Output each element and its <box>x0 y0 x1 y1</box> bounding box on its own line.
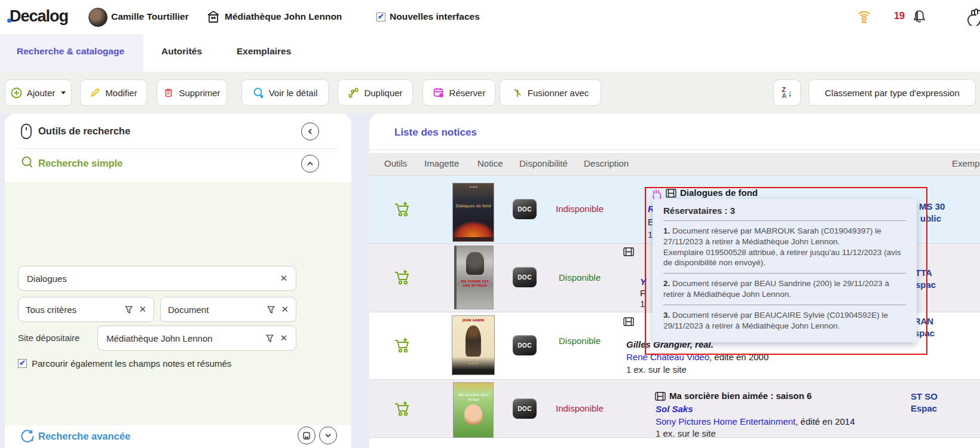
merge-button[interactable]: Fusionner avec <box>500 79 601 106</box>
duplicate-button[interactable]: Dupliquer <box>338 79 413 106</box>
record-publisher-link[interactable]: Rene Chateau Video <box>626 352 709 362</box>
check-icon: ✔ <box>378 13 384 20</box>
edit-button[interactable]: Modifier <box>80 79 147 106</box>
notes-checkbox-label: Parcourir également les champs notes et … <box>32 358 231 369</box>
cover-title-text: JEAN GABIN <box>452 318 494 322</box>
add-to-basket-icon[interactable] <box>393 400 411 417</box>
avatar[interactable] <box>88 8 108 27</box>
new-interfaces-checkbox[interactable]: ✔ <box>376 13 385 22</box>
film-icon <box>655 392 666 401</box>
mouse-icon <box>20 123 32 140</box>
entry-text: Document réservé par BEAUCAIRE Sylvie (C… <box>663 311 888 330</box>
notes-checkbox-row: ✔ Parcourir également les champs notes e… <box>18 358 231 369</box>
sort-direction-button[interactable]: ZA ↓ <box>773 79 801 106</box>
collapse-panel-button[interactable] <box>301 122 319 140</box>
notes-checkbox[interactable]: ✔ <box>18 359 27 368</box>
decalog-logo[interactable]: Decalog <box>10 7 68 26</box>
chevron-down-icon <box>61 91 66 94</box>
simple-search-title: Recherche simple <box>38 158 122 169</box>
search-tools-panel: Outils de recherche Recherche simple Dia… <box>5 113 351 448</box>
column-description: Description <box>584 158 629 168</box>
sort-order-select[interactable]: Classement par type d'expression <box>808 79 976 106</box>
hand-icon[interactable] <box>964 8 980 26</box>
collapse-simple-search-button[interactable] <box>301 155 319 173</box>
doc-type-select[interactable]: Document ✕ <box>160 297 296 322</box>
library-name[interactable]: Médiathèque John Lennon <box>225 11 342 22</box>
record-title: Ma sorcière bien aimée : saison 6 <box>669 391 811 401</box>
record-author-link[interactable]: Sol Saks <box>656 404 693 414</box>
availability-status: Indisponible <box>541 403 618 413</box>
notification-count: 19 <box>894 11 905 22</box>
broadcast-icon[interactable] <box>856 8 872 25</box>
merge-icon <box>512 87 523 99</box>
record-publisher-line: Sony Pictures Home Entertainment, édité … <box>656 416 855 426</box>
expand-advanced-search-button[interactable] <box>319 426 337 444</box>
copies-location-line1: MS 30 <box>919 201 945 211</box>
add-to-basket-icon[interactable] <box>393 337 411 354</box>
add-to-basket-icon[interactable] <box>393 269 411 286</box>
availability-status: Indisponible <box>541 204 618 214</box>
simple-search-form: Dialogues ✕ Tous critères ✕ Document ✕ S… <box>5 182 351 425</box>
delete-button[interactable]: Supprimer <box>157 79 227 106</box>
record-publisher-suffix: , édité en 2000 <box>709 352 768 362</box>
add-label: Ajouter <box>27 88 56 98</box>
doc-type-badge: DOC <box>513 335 537 355</box>
column-copies: Exemplaires <box>952 158 980 168</box>
search-tools-title: Outils de recherche <box>38 125 130 137</box>
cover-thumbnail[interactable]: Ma Sorcière Bien Aimée <box>453 382 494 438</box>
save-search-button[interactable] <box>298 426 316 444</box>
cover-title-text: Dialogues de fond <box>453 204 494 208</box>
row-divider <box>369 379 980 380</box>
clear-doc-type-icon[interactable]: ✕ <box>281 304 289 315</box>
copies-location-line2: Espac <box>911 403 937 413</box>
copies-location-line2: ublic <box>920 213 941 223</box>
arrow-down-icon: ↓ <box>788 88 792 98</box>
tab-recherche-catalogage[interactable]: Recherche & catalogage <box>17 46 124 57</box>
divider <box>369 149 980 150</box>
record-author-link[interactable]: Y <box>640 277 646 287</box>
bell-icon[interactable] <box>912 9 927 24</box>
view-detail-button[interactable]: Voir le détail <box>241 79 329 106</box>
advanced-search-title[interactable]: Recherche avancée <box>38 431 130 442</box>
filter-funnel-icon[interactable] <box>267 306 275 314</box>
advanced-search-icon <box>19 428 35 444</box>
filter-funnel-icon[interactable] <box>125 306 133 314</box>
film-icon <box>623 247 634 256</box>
reservations-tooltip: Réservataires : 3 1. Document réservé pa… <box>653 199 917 342</box>
reserve-button[interactable]: Réserver <box>422 79 495 106</box>
new-interfaces-label: Nouvelles interfaces <box>390 11 480 22</box>
clear-site-icon[interactable]: ✕ <box>280 333 287 343</box>
cover-thumbnail[interactable]: JEAN GABIN ★ ★ ★ <box>452 315 495 375</box>
cover-thumbnail[interactable]: MA FEMME EST UNE ACTRICE <box>454 246 494 309</box>
site-select[interactable]: Médiathèque John Lennon ✕ <box>97 326 296 351</box>
record-publisher-link[interactable]: Sony Pictures Home Entertainment <box>656 416 795 426</box>
criteria-select[interactable]: Tous critères ✕ <box>18 297 154 322</box>
search-input[interactable]: Dialogues ✕ <box>18 266 296 291</box>
record-publisher-suffix: , édité en 2014 <box>795 416 855 426</box>
notices-title: Liste des notices <box>394 127 477 139</box>
merge-label: Fusionner avec <box>528 88 589 98</box>
tab-autorites[interactable]: Autorités <box>161 46 202 57</box>
add-button[interactable]: Ajouter <box>5 79 72 106</box>
plus-circle-icon <box>11 87 22 99</box>
user-name[interactable]: Camille Tourtillier <box>111 11 189 22</box>
record-toolbar: Ajouter Modifier Supprimer Voir le détai… <box>0 72 980 113</box>
record-copies: 1 <box>640 299 645 309</box>
clear-search-icon[interactable]: ✕ <box>280 273 287 284</box>
tab-exemplaires[interactable]: Exemplaires <box>237 46 291 57</box>
reserve-label: Réserver <box>449 88 486 98</box>
record-publisher-link[interactable]: F <box>640 288 645 298</box>
entry-number: 3. <box>663 311 670 320</box>
cover-thumbnail[interactable]: ● ● ● Dialogues de fond <box>452 183 494 242</box>
filter-funnel-icon[interactable] <box>266 335 274 342</box>
branch-icon <box>348 87 359 99</box>
site-value: Médiathèque John Lennon <box>106 333 266 343</box>
criteria-value: Tous critères <box>26 305 125 315</box>
copies-location-line1: ST SO <box>911 391 938 401</box>
entry-text: Document réservé par MABROUK Sarah (C019… <box>663 226 881 246</box>
record-copies: 1 ex. sur le site <box>626 364 687 375</box>
check-icon: ✔ <box>19 359 26 367</box>
clear-criteria-icon[interactable]: ✕ <box>139 304 146 315</box>
cover-title-text: MA FEMME EST UNE ACTRICE <box>457 280 493 288</box>
add-to-basket-icon[interactable] <box>393 201 411 217</box>
